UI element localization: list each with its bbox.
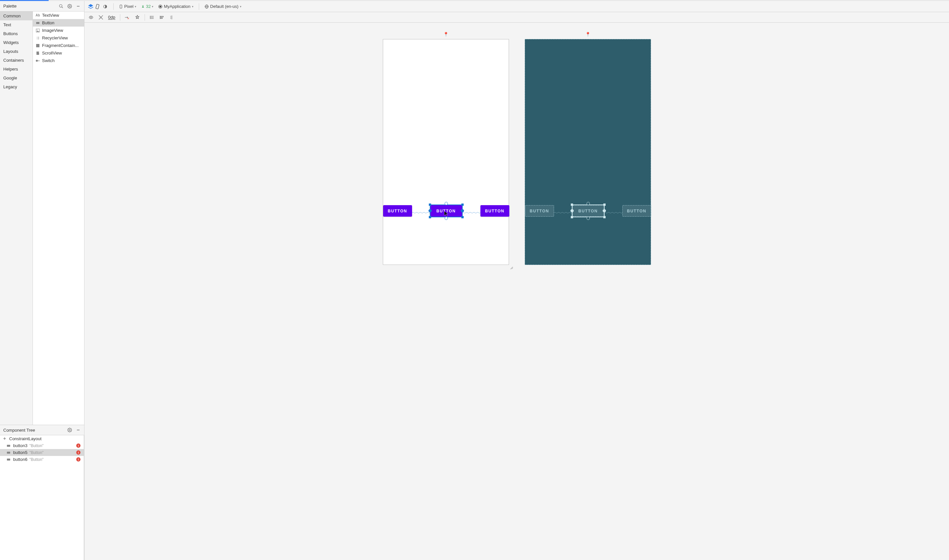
button-widget-button6[interactable]: BUTTON: [622, 205, 651, 217]
resize-handle[interactable]: [509, 265, 513, 269]
view-options-icon[interactable]: [88, 14, 94, 21]
palette-category-common[interactable]: Common: [0, 11, 32, 20]
selection-handle[interactable]: [603, 203, 606, 206]
selection-handle[interactable]: [603, 216, 606, 218]
minimize-icon[interactable]: [76, 428, 81, 432]
button-icon: [6, 450, 11, 455]
tree-item-button5[interactable]: button5"Button": [0, 449, 84, 456]
palette-item-imageview[interactable]: ImageView: [33, 26, 84, 34]
palette-category-buttons[interactable]: Buttons: [0, 29, 32, 38]
search-icon[interactable]: [59, 4, 64, 9]
pin-icon: 📍: [585, 32, 591, 37]
svg-rect-13: [36, 44, 39, 47]
palette-category-containers[interactable]: Containers: [0, 56, 32, 65]
button-widget-button3[interactable]: BUTTON: [383, 205, 412, 217]
constraint-spring: [412, 210, 431, 212]
palette-item-recyclerview[interactable]: RecyclerView: [33, 34, 84, 42]
palette-item-switch[interactable]: Switch: [33, 57, 84, 64]
minimize-icon[interactable]: [76, 4, 81, 9]
infer-constraints-icon[interactable]: [134, 14, 140, 21]
gear-icon[interactable]: [67, 4, 72, 9]
constraint-anchor[interactable]: [603, 209, 606, 212]
theme-label: MyApplication: [164, 4, 191, 9]
chevron-down-icon: ▾: [135, 5, 136, 8]
palette-categories: CommonTextButtonsWidgetsLayoutsContainer…: [0, 11, 33, 425]
left-panel: Palette CommonTextButtonsWidgetsLayoutsC…: [0, 1, 85, 560]
chevron-down-icon: ▾: [192, 5, 194, 8]
constraint-anchor[interactable]: [586, 217, 590, 220]
error-badge-icon: [76, 450, 80, 455]
palette-item-label: Button: [42, 20, 54, 25]
palette-item-button[interactable]: Button: [33, 19, 84, 26]
guidelines-icon[interactable]: [168, 14, 175, 21]
palette-item-fragmentcontain-[interactable]: FragmentContain...: [33, 42, 84, 49]
constraint-anchor[interactable]: [444, 202, 448, 205]
theme-selector[interactable]: MyApplication ▾: [158, 4, 194, 9]
tree-root[interactable]: ConstraintLayout: [0, 435, 84, 442]
svg-point-2: [69, 6, 70, 7]
design-toolbar: Pixel ▾ 32 ▾ MyApplication ▾ Default (en…: [85, 1, 949, 12]
api-label: 32: [146, 4, 151, 9]
palette-item-label: RecyclerView: [42, 35, 68, 40]
component-tree-title: Component Tree: [3, 428, 35, 432]
clear-constraints-icon[interactable]: ✕: [124, 14, 131, 21]
constraint-anchor[interactable]: [586, 202, 590, 205]
device-selector[interactable]: Pixel ▾: [119, 4, 136, 9]
palette-item-scrollview[interactable]: ScrollView: [33, 49, 84, 57]
svg-point-0: [59, 4, 62, 7]
constraint-anchor[interactable]: [571, 209, 574, 212]
selection-box[interactable]: [430, 205, 463, 217]
button-widget-button3[interactable]: BUTTON: [525, 205, 554, 217]
constraint-anchor[interactable]: [429, 209, 432, 212]
design-surface-icon[interactable]: [88, 4, 94, 9]
selection-handle[interactable]: [571, 216, 573, 218]
constraint-spring: [554, 210, 572, 212]
pin-icon: 📍: [443, 32, 449, 37]
error-badge-icon: [76, 443, 80, 448]
component-tree-header: Component Tree: [0, 425, 84, 435]
scroll-icon: [35, 51, 40, 55]
tree-item-button6[interactable]: button6"Button": [0, 456, 84, 463]
night-mode-icon[interactable]: [102, 4, 108, 9]
locale-selector[interactable]: Default (en-us) ▾: [204, 4, 242, 9]
constraint-anchor[interactable]: [444, 217, 448, 220]
autoconnect-icon[interactable]: [97, 14, 104, 21]
design-toolbar-secondary: 0dp ✕: [85, 12, 949, 23]
gear-icon[interactable]: [67, 428, 72, 432]
palette-category-google[interactable]: Google: [0, 74, 32, 82]
selection-handle[interactable]: [461, 203, 464, 206]
default-margins-button[interactable]: 0dp: [108, 15, 116, 20]
selection-handle[interactable]: [571, 203, 573, 206]
device-label: Pixel: [124, 4, 133, 9]
api-selector[interactable]: 32 ▾: [141, 4, 153, 9]
constraint-anchor[interactable]: [461, 209, 464, 212]
constraint-layout-icon: [3, 437, 7, 441]
palette-category-text[interactable]: Text: [0, 20, 32, 29]
blueprint-surface[interactable]: BUTTONBUTTONBUTTON: [525, 39, 651, 265]
switch-icon: [35, 58, 40, 63]
svg-line-28: [142, 5, 143, 6]
error-badge-icon: [76, 457, 80, 462]
palette-item-label: ScrollView: [42, 51, 62, 55]
svg-rect-42: [161, 16, 163, 17]
palette-item-textview[interactable]: AbTextView: [33, 11, 84, 19]
palette-category-legacy[interactable]: Legacy: [0, 82, 32, 91]
selection-box[interactable]: [572, 205, 605, 217]
design-canvas[interactable]: 📍 BUTTONBUTTONBUTTON 📍 BUTTONBUTTONBUTTO…: [85, 23, 949, 560]
chevron-down-icon: ▾: [152, 5, 153, 8]
tree-item-button3[interactable]: button3"Button": [0, 442, 84, 449]
design-surface[interactable]: BUTTONBUTTONBUTTON: [383, 39, 509, 265]
button-widget-button6[interactable]: BUTTON: [480, 205, 509, 217]
selection-handle[interactable]: [429, 216, 431, 218]
align-icon[interactable]: [159, 14, 165, 21]
svg-rect-27: [120, 5, 122, 8]
chevron-down-icon: ▾: [240, 5, 242, 8]
palette-category-helpers[interactable]: Helpers: [0, 65, 32, 74]
pack-icon[interactable]: [149, 14, 156, 21]
selection-handle[interactable]: [461, 216, 464, 218]
palette-category-widgets[interactable]: Widgets: [0, 38, 32, 47]
tree-item-id: button3: [13, 443, 27, 448]
palette-category-layouts[interactable]: Layouts: [0, 47, 32, 56]
orientation-icon[interactable]: [95, 4, 101, 9]
selection-handle[interactable]: [429, 203, 431, 206]
